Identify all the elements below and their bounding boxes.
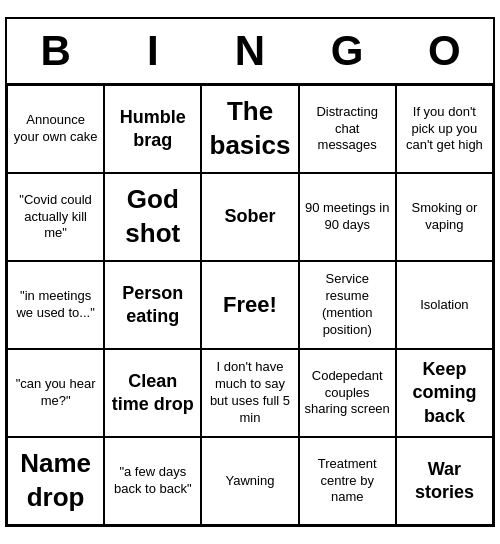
bingo-header: B I N G O (7, 19, 493, 85)
bingo-cell-5[interactable]: "Covid could actually kill me" (7, 173, 104, 261)
bingo-cell-23[interactable]: Treatment centre by name (299, 437, 396, 525)
header-letter-n: N (206, 27, 294, 75)
bingo-grid: Announce your own cakeHumble bragThe bas… (7, 85, 493, 525)
header-letter-b: B (12, 27, 100, 75)
bingo-card: B I N G O Announce your own cakeHumble b… (5, 17, 495, 527)
bingo-cell-24[interactable]: War stories (396, 437, 493, 525)
bingo-cell-22[interactable]: Yawning (201, 437, 298, 525)
bingo-cell-8[interactable]: 90 meetings in 90 days (299, 173, 396, 261)
bingo-cell-19[interactable]: Keep coming back (396, 349, 493, 437)
header-letter-o: O (400, 27, 488, 75)
bingo-cell-18[interactable]: Codepedant couples sharing screen (299, 349, 396, 437)
bingo-cell-13[interactable]: Service resume (mention position) (299, 261, 396, 349)
header-letter-g: G (303, 27, 391, 75)
bingo-cell-14[interactable]: Isolation (396, 261, 493, 349)
bingo-cell-4[interactable]: If you don't pick up you can't get high (396, 85, 493, 173)
bingo-cell-16[interactable]: Clean time drop (104, 349, 201, 437)
bingo-cell-10[interactable]: "in meetings we used to..." (7, 261, 104, 349)
bingo-cell-6[interactable]: God shot (104, 173, 201, 261)
bingo-cell-3[interactable]: Distracting chat messages (299, 85, 396, 173)
bingo-cell-9[interactable]: Smoking or vaping (396, 173, 493, 261)
bingo-cell-1[interactable]: Humble brag (104, 85, 201, 173)
bingo-cell-0[interactable]: Announce your own cake (7, 85, 104, 173)
bingo-cell-20[interactable]: Name drop (7, 437, 104, 525)
bingo-cell-21[interactable]: "a few days back to back" (104, 437, 201, 525)
bingo-cell-17[interactable]: I don't have much to say but uses full 5… (201, 349, 298, 437)
bingo-cell-11[interactable]: Person eating (104, 261, 201, 349)
bingo-cell-12[interactable]: Free! (201, 261, 298, 349)
bingo-cell-15[interactable]: "can you hear me?" (7, 349, 104, 437)
bingo-cell-2[interactable]: The basics (201, 85, 298, 173)
header-letter-i: I (109, 27, 197, 75)
bingo-cell-7[interactable]: Sober (201, 173, 298, 261)
